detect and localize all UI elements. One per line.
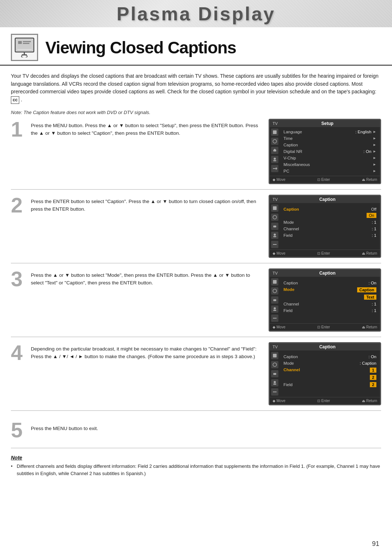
step-2-text: Press the ENTER button to select "Captio… [31,195,261,213]
svg-rect-17 [273,206,277,210]
svg-rect-5 [23,43,29,44]
svg-rect-4 [23,41,31,42]
step-2-row: 2 Press the ENTER button to select "Capt… [11,195,381,263]
svg-rect-23 [273,280,277,284]
tv-label-1: TV [273,121,278,126]
svg-rect-34 [273,392,277,392]
description-text: Your TV decodes and displays the closed … [0,72,392,108]
tv-hand-icon [15,37,34,57]
svg-rect-3 [18,41,22,44]
cc-symbol: cc [11,96,19,104]
step-4-number: 4 [11,342,27,363]
svg-rect-14 [273,160,276,161]
screen-1-title: Setup [321,121,333,126]
step-3-left: 3 Press the ▲ or ▼ button to select "Mod… [11,268,261,289]
step-4-left: 4 Depending on the particular broadcast,… [11,342,261,363]
tv-screen-1: TV Setup Language : English ► [269,119,381,184]
step-3-text: Press the ▲ or ▼ button to select "Mode"… [31,268,261,287]
screen-3-title: Caption [319,271,336,276]
svg-rect-19 [273,226,276,227]
header-banner: Plasma Display [0,0,392,27]
step-2-left: 2 Press the ENTER button to select "Capt… [11,195,261,216]
note-section: Note Different channels and fields displ… [0,448,392,485]
step-1-text: Press the MENU button. Press the ▲ or ▼ … [31,119,261,137]
step-2-number: 2 [11,195,27,216]
step-4-row: 4 Depending on the particular broadcast,… [11,342,381,411]
step-1-left: 1 Press the MENU button. Press the ▲ or … [11,119,261,140]
svg-point-20 [274,234,276,236]
svg-rect-22 [273,244,277,245]
step-1-row: 1 Press the MENU button. Press the ▲ or … [11,119,381,190]
svg-point-26 [274,307,276,309]
step-5-row: 5 Press the MENU button to exit. [11,416,381,448]
svg-point-30 [273,363,277,366]
page-title: Viewing Closed Captions [45,38,236,57]
svg-rect-25 [273,299,276,301]
tv-screen-4: TV Caption Caption : On [269,342,381,405]
svg-rect-27 [273,310,276,311]
page-number: 91 [372,540,379,548]
screen-4-title: Caption [319,344,336,349]
svg-rect-21 [273,236,276,237]
title-icon [11,34,38,61]
note-line: Note: The Caption feature does not work … [0,108,392,119]
header-title: Plasma Display [117,3,275,25]
tv-screen-3: TV Caption Caption : On [269,268,381,332]
svg-rect-33 [273,384,276,385]
step-4-text: Depending on the particular broadcast, i… [31,342,261,361]
svg-marker-16 [276,167,277,170]
svg-rect-28 [273,318,277,319]
title-row: Viewing Closed Captions [0,27,392,66]
tv-screen-2: TV Caption Caption Off [269,195,381,258]
step-3-number: 3 [11,268,27,289]
svg-point-18 [273,215,277,219]
svg-point-32 [274,381,276,383]
note-title: Note [11,455,381,461]
screen-2-title: Caption [319,197,336,202]
main-content: 1 Press the MENU button. Press the ▲ or … [0,119,392,448]
svg-rect-12 [274,149,275,150]
step-5-text: Press the MENU button to exit. [31,420,98,433]
svg-point-13 [274,158,276,160]
svg-rect-9 [273,130,277,134]
step-1-number: 1 [11,119,27,140]
step-5-number: 5 [11,420,27,441]
svg-point-10 [273,139,277,143]
svg-rect-29 [273,354,277,357]
step-3-row: 3 Press the ▲ or ▼ button to select "Mod… [11,268,381,337]
svg-point-24 [273,289,277,293]
note-bullet-1: Different channels and fields display di… [11,463,381,477]
svg-rect-31 [273,373,276,375]
